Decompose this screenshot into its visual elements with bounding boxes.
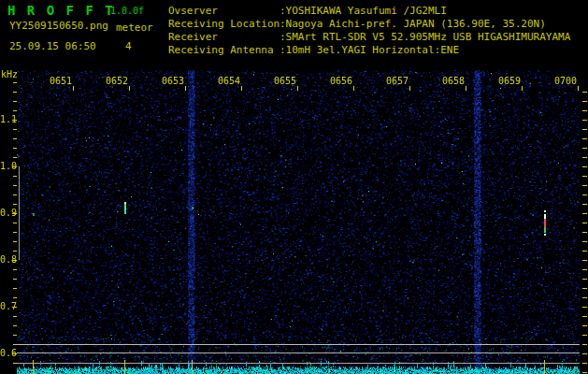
info-label: Receiver <box>168 31 280 43</box>
freq-minor-tick <box>13 176 17 177</box>
hrofft-screen: H R O F F T 1.0.0f YY2509150650.png mete… <box>0 0 588 374</box>
spectrogram <box>17 70 580 374</box>
right-tick <box>582 204 587 205</box>
info-row: Receiver:SMArt RTL-SDR V5 52.905MHz USB … <box>168 31 570 43</box>
time-tick-label: 0658 <box>437 76 465 86</box>
freq-tick-mark <box>12 260 17 261</box>
freq-minor-tick <box>13 204 17 205</box>
right-tick <box>582 138 587 139</box>
output-filename: YY2509150650.png <box>9 20 108 32</box>
time-tick-label: 0651 <box>44 76 72 86</box>
freq-minor-tick <box>13 110 17 111</box>
time-tick-mark <box>353 86 354 91</box>
freq-minor-tick <box>13 232 17 233</box>
freq-minor-tick <box>13 316 17 317</box>
time-tick-mark <box>409 86 410 91</box>
info-value: :10mH 3el.YAGI Horizontal:ENE <box>280 44 459 56</box>
info-row: Ovserver:YOSHIKAWA Yasufumi /JG2MLI <box>168 5 447 17</box>
freq-tick-label: 1.0 <box>0 161 12 171</box>
right-tick <box>582 129 587 130</box>
freq-minor-tick <box>13 251 17 252</box>
freq-tick-label: 0.9 <box>0 208 12 218</box>
right-tick <box>582 363 587 364</box>
freq-minor-tick <box>13 223 17 223</box>
right-tick <box>582 213 587 214</box>
time-tick-mark <box>466 86 466 91</box>
time-tick-mark <box>185 86 186 91</box>
freq-tick-label: 0.7 <box>0 301 12 311</box>
time-tick-label: 0659 <box>493 76 521 86</box>
freq-minor-tick <box>13 335 17 336</box>
info-label: Receiving Antenna <box>168 44 280 56</box>
right-tick <box>582 232 587 233</box>
freq-minor-tick <box>13 288 17 289</box>
freq-minor-tick <box>13 279 17 280</box>
freq-minor-tick <box>13 325 17 326</box>
time-tick-label: 0657 <box>380 76 409 86</box>
right-tick <box>582 148 587 149</box>
right-tick <box>582 279 587 280</box>
info-row: Receiving Antenna:10mH 3el.YAGI Horizont… <box>168 44 459 56</box>
freq-minor-tick <box>13 344 17 345</box>
right-tick <box>582 185 587 186</box>
info-value: :Nagoya Aichi-pref. JAPAN (136.90E, 35.2… <box>280 18 546 30</box>
right-tick <box>582 307 587 308</box>
right-tick <box>582 251 587 252</box>
right-tick <box>582 344 587 345</box>
right-tick <box>582 316 587 317</box>
time-tick-mark <box>297 86 298 91</box>
freq-tick-mark <box>12 353 17 354</box>
meteor-count: 4 <box>125 40 132 52</box>
freq-tick-mark <box>12 166 17 167</box>
info-label: Receiving Location <box>168 18 280 30</box>
time-tick-mark <box>129 86 130 91</box>
freq-tick-mark <box>12 120 17 121</box>
freq-minor-tick <box>13 297 17 298</box>
time-tick-label: 0655 <box>268 76 296 86</box>
time-tick-label: 0652 <box>100 76 128 86</box>
right-tick <box>582 101 587 102</box>
time-tick-label: 0656 <box>324 76 352 86</box>
right-tick <box>582 194 587 195</box>
right-tick <box>582 176 587 177</box>
freq-minor-tick <box>13 82 17 83</box>
freq-tick-mark <box>12 307 17 308</box>
freq-minor-tick <box>13 194 17 195</box>
datetime-label: 25.09.15 06:50 <box>9 40 96 52</box>
right-tick <box>582 241 587 242</box>
freq-tick-mark <box>12 213 17 214</box>
right-tick <box>582 157 587 158</box>
info-row: Receiving Location:Nagoya Aichi-pref. JA… <box>168 18 546 30</box>
freq-minor-tick <box>13 185 17 186</box>
right-tick <box>582 335 587 336</box>
right-tick <box>582 269 587 270</box>
freq-tick-label: 0.8 <box>0 254 12 265</box>
freq-minor-tick <box>13 241 17 242</box>
freq-minor-tick <box>13 101 17 102</box>
freq-minor-tick <box>13 363 17 364</box>
right-tick <box>582 353 587 354</box>
time-tick-mark <box>578 86 579 91</box>
right-tick <box>582 92 587 93</box>
time-tick-mark <box>522 86 523 91</box>
right-tick <box>582 110 587 111</box>
app-version: 1.0.0f <box>110 6 144 16</box>
info-label: Ovserver <box>168 5 280 17</box>
freq-tick-label: 1.1 <box>0 114 12 124</box>
freq-minor-tick <box>13 92 17 93</box>
mode-label: meteor <box>116 22 153 34</box>
time-tick-label: 0700 <box>549 76 577 86</box>
freq-minor-tick <box>13 157 17 158</box>
right-tick <box>582 223 587 223</box>
time-tick-label: 0653 <box>156 76 184 86</box>
right-tick <box>582 120 587 121</box>
right-tick <box>582 260 587 261</box>
time-tick-mark <box>73 86 74 91</box>
freq-minor-tick <box>13 148 17 149</box>
freq-minor-tick <box>13 269 17 270</box>
right-tick <box>582 288 587 289</box>
freq-unit-label: kHz <box>1 69 18 79</box>
right-tick <box>582 297 587 298</box>
right-tick <box>582 372 587 373</box>
freq-minor-tick <box>13 129 17 130</box>
